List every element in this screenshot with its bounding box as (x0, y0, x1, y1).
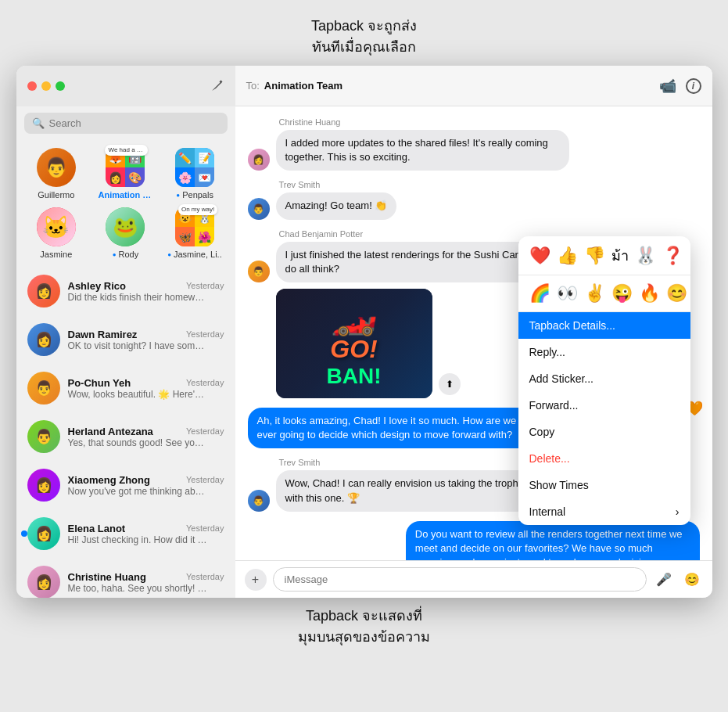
tapback-thumbsup[interactable]: 👍 (555, 244, 579, 268)
message-group: Do you want to review all the renders to… (248, 521, 700, 560)
add-sticker-item[interactable]: Add Sticker... (518, 365, 690, 392)
pinned-section: 👨 Guillermo 🦊 🤖 👩 🎨 (16, 140, 235, 267)
avatar: 👨 (248, 261, 270, 282)
conv-info: Ashley Rico Yesterday Did the kids finis… (68, 280, 224, 303)
message-input[interactable] (273, 567, 647, 592)
add-attachment-button[interactable]: + (245, 569, 267, 591)
tapback-details-item[interactable]: Tapback Details... (518, 312, 690, 339)
to-label: To: (246, 80, 260, 92)
tapback-rainbow[interactable]: 🌈 (528, 282, 552, 305)
sender-name: Christine Huang (248, 117, 700, 127)
pinned-item-guillermo[interactable]: 👨 Guillermo (29, 148, 84, 200)
avatar: 👨 (248, 490, 270, 512)
pinned-label: ● Penpals (176, 190, 213, 200)
emoji-button[interactable]: 😊 (681, 569, 703, 591)
tapback-wink[interactable]: 😜 (610, 282, 634, 305)
annotation-top: Tapback จะถูกส่ง ทันทีเมื่อคุณเลือก (311, 16, 417, 58)
unread-dot (21, 530, 27, 537)
conversation-item[interactable]: 👨 Po-Chun Yeh Yesterday Wow, looks beaut… (16, 364, 235, 412)
msg-row: 👩 I added more updates to the shared fil… (248, 130, 700, 171)
conversation-item[interactable]: 👨 Herland Antezana Yesterday Yes, that s… (16, 412, 235, 461)
pinned-label: Jasmine (40, 250, 72, 259)
conversation-item[interactable]: 👩 Elena Lanot Yesterday Hi! Just checkin… (16, 509, 235, 558)
msg-row: 👨 Amazing! Go team! 👏 (248, 192, 700, 219)
search-input[interactable] (49, 117, 220, 129)
pinned-label: ● Jasmine, Li... (167, 250, 222, 259)
video-call-icon[interactable]: 📹 (659, 77, 676, 95)
pinned-label: ● Rody (113, 250, 139, 259)
search-icon: 🔍 (32, 117, 45, 129)
message-bubble: Amazing! Go team! 👏 (276, 192, 397, 219)
message-group: Trev Smith 👨 Amazing! Go team! 👏 (248, 180, 700, 219)
main-chat: To: Animation Team 📹 i Christine Huang 👩… (235, 66, 712, 598)
maximize-button[interactable] (56, 81, 65, 91)
annotation-bottom: Tapback จะแสดงที่ มุมบนสุดของข้อความ (298, 606, 430, 648)
tapback-smile[interactable]: 😊 (665, 282, 689, 305)
chevron-right-icon: › (676, 505, 680, 518)
internal-item[interactable]: Internal › (518, 498, 690, 525)
conv-info: Elena Lanot Yesterday Hi! Just checking … (68, 523, 224, 545)
tapback-custom2[interactable]: 🐰 (633, 244, 658, 268)
conv-info: Christine Huang Yesterday Me too, haha. … (68, 571, 224, 594)
conversation-item[interactable]: 👩 Christine Huang Yesterday Me too, haha… (16, 558, 235, 598)
forward-item[interactable]: Forward... (518, 392, 690, 419)
sticker-image: 🏎️ GO! BAN! (276, 289, 432, 398)
copy-item[interactable]: Copy (518, 419, 690, 445)
message-group: Christine Huang 👩 I added more updates t… (248, 117, 700, 171)
conversation-item[interactable]: 👩 Dawn Ramirez Yesterday OK to visit ton… (16, 315, 235, 364)
conversation-list: 👩 Ashley Rico Yesterday Did the kids fin… (16, 267, 235, 598)
pinned-item-jasmine-li[interactable]: 😺 🐰 🦋 🌺 On my way! ● Jasmine, Li... (167, 207, 222, 259)
message-bubble: I added more updates to the shared files… (276, 130, 570, 171)
conv-info: Xiaomeng Zhong Yesterday Now you've got … (68, 474, 224, 497)
delete-item[interactable]: Delete... (518, 445, 690, 472)
tapback-thumbsdown[interactable]: 👎 (583, 244, 607, 268)
conv-info: Dawn Ramirez Yesterday OK to visit tonig… (68, 329, 224, 351)
tapback-row: ❤️ 👍 👎 ม้า 🐰 ❓ (518, 236, 690, 275)
chat-header: To: Animation Team 📹 i (235, 66, 712, 106)
tapback-row-2: 🌈 👀 ✌️ 😜 🔥 😊 (518, 275, 690, 312)
tapback-heart[interactable]: ❤️ (528, 244, 552, 268)
audio-button[interactable]: 🎤 (653, 569, 675, 591)
search-bar: 🔍 (24, 113, 228, 134)
pinned-label: Guillermo (38, 190, 74, 200)
message-bubble: Ah, it looks amazing, Chad! I love it so… (248, 408, 542, 448)
tapback-eyes[interactable]: 👀 (555, 282, 579, 305)
pinned-item-animation-team[interactable]: 🦊 🤖 👩 🎨 We had a great time. Home with..… (98, 148, 152, 200)
tapback-fire[interactable]: 🔥 (637, 282, 662, 305)
tapback-question[interactable]: ❓ (661, 244, 685, 268)
conv-info: Po-Chun Yeh Yesterday Wow, looks beautif… (68, 377, 224, 400)
minimize-button[interactable] (41, 81, 51, 91)
conversation-item[interactable]: 👩 Xiaomeng Zhong Yesterday Now you've go… (16, 461, 235, 509)
chat-recipient: Animation Team (264, 80, 342, 92)
pinned-item-penpals[interactable]: ✏️ 📝 🌸 💌 ● Penpals (167, 148, 222, 200)
reply-item[interactable]: Reply... (518, 339, 690, 365)
pinned-item-jasmine[interactable]: 🐱 Jasmine (29, 207, 84, 259)
titlebar (16, 66, 235, 106)
conv-info: Herland Antezana Yesterday Yes, that sou… (68, 426, 224, 448)
pinned-item-rody[interactable]: 🐸 ● Rody (98, 207, 152, 259)
close-button[interactable] (27, 81, 37, 91)
message-bubble: Do you want to review all the renders to… (406, 521, 700, 560)
context-menu: ❤️ 👍 👎 ม้า 🐰 ❓ 🌈 👀 ✌️ 😜 🔥 😊 (518, 236, 690, 525)
conversation-item[interactable]: 👩 Ashley Rico Yesterday Did the kids fin… (16, 267, 235, 315)
info-icon[interactable]: i (686, 78, 701, 94)
tapback-peace[interactable]: ✌️ (583, 282, 607, 305)
header-actions: 📹 i (659, 77, 701, 95)
avatar: 👩 (248, 149, 270, 171)
msg-row: Do you want to review all the renders to… (248, 521, 700, 560)
tapback-custom1[interactable]: ม้า (610, 243, 630, 268)
show-times-item[interactable]: Show Times (518, 472, 690, 498)
traffic-lights (27, 81, 65, 91)
share-button[interactable]: ⬆ (439, 373, 461, 395)
compose-button[interactable] (209, 78, 224, 94)
chat-input-bar: + 🎤 😊 (235, 560, 712, 598)
sidebar: 🔍 👨 Guillermo 🦊 (16, 66, 235, 598)
pinned-label: Animation Team (98, 190, 152, 200)
sender-name: Trev Smith (248, 180, 700, 189)
avatar: 👨 (248, 198, 270, 220)
